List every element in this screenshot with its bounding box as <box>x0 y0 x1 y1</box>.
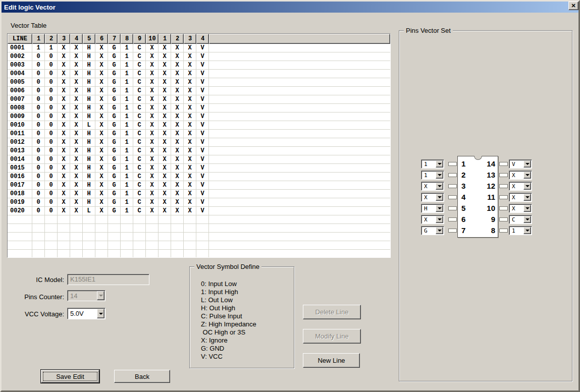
column-header-2[interactable]: 2 <box>45 34 58 44</box>
table-row[interactable]: 001600XXHXG1CXXXXV <box>8 173 390 181</box>
vcc-voltage-select[interactable]: 5.0V <box>67 308 106 319</box>
column-header-6[interactable]: 6 <box>95 34 108 44</box>
vector-cell: X <box>159 190 171 198</box>
title-bar[interactable]: Edit logic Vector <box>2 2 578 13</box>
pin-10-dropdown-button[interactable] <box>523 205 531 212</box>
column-header-13[interactable]: 3 <box>184 34 196 44</box>
table-row[interactable]: 001800XXHXG1CXXXXV <box>8 190 390 198</box>
pin-4-value: X <box>424 194 428 201</box>
empty-cell <box>32 250 45 258</box>
save-edit-button[interactable]: Save Edit <box>41 370 99 383</box>
ic-model-field[interactable]: K155IE1 <box>67 274 149 285</box>
pin-11-select[interactable]: X <box>509 193 532 202</box>
empty-row <box>8 224 390 233</box>
column-header-7[interactable]: 7 <box>108 34 121 44</box>
table-row[interactable]: 001400XXHXG1CXXXXV <box>8 155 390 164</box>
table-row[interactable]: 000700XXHXG1CXXXXV <box>8 95 390 104</box>
pin-14-dropdown-button[interactable] <box>523 160 531 167</box>
pin-7-select[interactable]: G <box>421 226 444 235</box>
vector-cell: X <box>184 52 196 61</box>
pin-6-dropdown-button[interactable] <box>436 216 443 223</box>
table-row[interactable]: 001700XXHXG1CXXXXV <box>8 181 390 190</box>
vector-cell: X <box>70 87 83 95</box>
table-row[interactable]: 000900XXHXG1CXXXXV <box>8 113 390 121</box>
column-header-9[interactable]: 9 <box>133 34 146 44</box>
table-row[interactable]: 000300XXHXG1CXXXXV <box>8 61 390 70</box>
pin-10-select[interactable]: X <box>509 204 532 213</box>
vector-cell: X <box>171 95 184 104</box>
back-button[interactable]: Back <box>114 370 170 383</box>
pin-9-select[interactable]: C <box>509 215 532 224</box>
delete-line-button[interactable]: Delete Line <box>303 305 361 319</box>
pin-11-dropdown-button[interactable] <box>523 194 531 201</box>
close-button[interactable]: ✕ <box>568 2 578 10</box>
vector-cell: 0 <box>45 155 58 164</box>
pin-2-dropdown-button[interactable] <box>436 172 443 179</box>
pin-13-dropdown-button[interactable] <box>523 172 531 179</box>
pin-5-select[interactable]: H <box>421 204 444 213</box>
vector-cell: 0 <box>32 61 45 70</box>
table-row[interactable]: 000200XXHXG1CXXXXV <box>8 52 390 61</box>
pins-counter-dropdown-button[interactable] <box>97 291 104 300</box>
modify-line-button[interactable]: Modify Line <box>303 329 361 344</box>
table-row[interactable]: 001100XXHXG1CXXXXV <box>8 130 390 138</box>
pin-8-dropdown-button[interactable] <box>523 227 531 234</box>
column-header-line[interactable]: LINE <box>8 34 32 44</box>
column-header-3[interactable]: 3 <box>58 34 70 44</box>
vcc-voltage-dropdown-button[interactable] <box>97 309 104 318</box>
vector-cell: X <box>95 52 108 61</box>
pin-7-dropdown-button[interactable] <box>436 227 443 234</box>
line-number-cell: 0004 <box>8 70 32 78</box>
pin-14-select[interactable]: V <box>509 159 532 169</box>
table-row[interactable]: 001300XXHXG1CXXXXV <box>8 147 390 155</box>
table-row[interactable]: 000111XXHXG1CXXXXV <box>8 44 390 52</box>
column-header-8[interactable]: 8 <box>121 34 133 44</box>
table-row[interactable]: 000400XXHXG1CXXXXV <box>8 70 390 78</box>
vector-cell: X <box>159 173 171 181</box>
vector-cell: X <box>146 138 159 147</box>
table-row[interactable]: 001200XXHXG1CXXXXV <box>8 138 390 147</box>
pin-1-select[interactable]: 1 <box>421 159 444 169</box>
pin-13-select[interactable]: X <box>509 171 532 180</box>
pin-3-lead <box>448 184 457 188</box>
pin-3-dropdown-button[interactable] <box>436 183 443 190</box>
pin-12-dropdown-button[interactable] <box>523 183 531 190</box>
empty-cell <box>95 241 108 250</box>
table-row[interactable]: 002000XXLXG1CXXXXV <box>8 207 390 215</box>
pin-7-value: G <box>424 228 428 234</box>
pin-12-select[interactable]: X <box>509 182 532 191</box>
vector-cell: X <box>70 104 83 113</box>
vector-cell: X <box>159 147 171 155</box>
pin-8-select[interactable]: 1 <box>509 226 532 235</box>
line-number-cell: 0009 <box>8 113 32 121</box>
pins-counter-label: Pins Counter: <box>10 293 64 301</box>
table-row[interactable]: 001000XXLXG1CXXXXV <box>8 121 390 130</box>
table-row[interactable]: 000600XXHXG1CXXXXV <box>8 87 390 95</box>
column-header-11[interactable]: 1 <box>159 34 171 44</box>
vector-cell: X <box>171 113 184 121</box>
pin-7-lead <box>448 229 457 233</box>
pin-9-dropdown-button[interactable] <box>523 216 531 223</box>
pin-6-select[interactable]: X <box>421 215 444 224</box>
vector-cell: 0 <box>45 147 58 155</box>
column-header-4[interactable]: 4 <box>70 34 83 44</box>
column-header-1[interactable]: 1 <box>32 34 45 44</box>
column-header-14[interactable]: 4 <box>196 34 209 44</box>
table-row[interactable]: 001500XXHXG1CXXXXV <box>8 164 390 173</box>
pin-1-dropdown-button[interactable] <box>436 160 443 167</box>
column-header-12[interactable]: 2 <box>171 34 184 44</box>
pin-3-select[interactable]: X <box>421 182 444 191</box>
vector-cell: C <box>133 95 146 104</box>
pin-2-select[interactable]: 1 <box>421 171 444 180</box>
column-header-10[interactable]: 10 <box>146 34 159 44</box>
pin-4-dropdown-button[interactable] <box>436 194 443 201</box>
new-line-button[interactable]: New Line <box>303 353 360 368</box>
table-row[interactable]: 000500XXHXG1CXXXXV <box>8 78 390 87</box>
table-row[interactable]: 000800XXHXG1CXXXXV <box>8 104 390 113</box>
pin-4-select[interactable]: X <box>421 193 444 202</box>
pins-counter-select[interactable]: 14 <box>67 290 106 301</box>
column-header-5[interactable]: 5 <box>83 34 95 44</box>
vector-cell: G <box>108 87 121 95</box>
table-row[interactable]: 001900XXHXG1CXXXXV <box>8 198 390 207</box>
pin-5-dropdown-button[interactable] <box>436 205 443 212</box>
